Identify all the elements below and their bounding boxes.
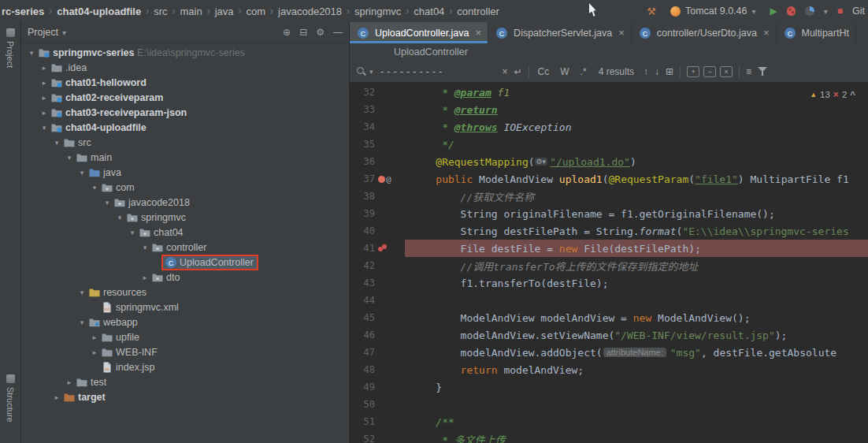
gutter[interactable]: 48 xyxy=(350,361,405,378)
gutter[interactable]: 41 xyxy=(350,240,405,257)
tool-window-project-button[interactable]: Project xyxy=(0,28,20,68)
breakpoint-icon[interactable] xyxy=(378,244,388,253)
run-button[interactable]: ▶ xyxy=(770,6,777,17)
code-line[interactable]: 51 /** xyxy=(350,413,868,430)
chevron-collapsed-icon[interactable]: ▸ xyxy=(89,348,100,356)
editor-tab[interactable]: CDispatcherServlet.java× xyxy=(488,22,632,43)
profiler-button[interactable] xyxy=(805,6,814,16)
chevron-expanded-icon[interactable]: ▾ xyxy=(76,289,87,296)
code-text[interactable] xyxy=(405,396,868,413)
mapping-url-inlay-icon[interactable]: ⚙▾ xyxy=(535,158,548,166)
code-text[interactable]: //获取文件名称 xyxy=(405,188,868,205)
tree-row[interactable]: ▾java xyxy=(21,165,349,180)
search-filter-button[interactable]: − xyxy=(703,66,716,77)
close-tab-icon[interactable]: × xyxy=(476,27,482,39)
code-line[interactable]: 32 * @param f1 xyxy=(350,84,868,101)
code-text[interactable]: */ xyxy=(405,136,868,153)
breadcrumb[interactable]: UploadController xyxy=(394,47,468,58)
project-view-selector[interactable]: Project ▾ xyxy=(28,27,66,38)
select-all-occurrences-icon[interactable]: ⊞ xyxy=(666,66,673,77)
gutter[interactable]: 40 xyxy=(350,222,405,240)
editor-tab[interactable]: CMultipartHt xyxy=(777,22,856,43)
search-filter-button[interactable]: × xyxy=(720,66,733,77)
gutter[interactable]: 42 xyxy=(350,257,405,274)
gutter[interactable]: 47 xyxy=(350,344,405,361)
collapse-all-icon[interactable]: ⊟ xyxy=(299,27,307,38)
breadcrumb-item[interactable]: rc-series xyxy=(0,6,46,17)
chevron-expanded-icon[interactable]: ▾ xyxy=(114,214,125,222)
code-text[interactable]: * @param f1 xyxy=(405,84,868,101)
tree-row[interactable]: ▾resources xyxy=(21,285,349,300)
chevron-collapsed-icon[interactable]: ▸ xyxy=(39,94,50,102)
request-mapping-icon[interactable] xyxy=(378,176,385,183)
chevron-expanded-icon[interactable]: ▾ xyxy=(51,139,62,147)
tree-row[interactable]: ▸upfile xyxy=(21,329,349,344)
regex-toggle[interactable]: .* xyxy=(578,65,589,78)
tree-row[interactable]: ▾controller xyxy=(21,240,349,255)
match-case-toggle[interactable]: Cc xyxy=(536,65,552,78)
clear-search-icon[interactable]: × xyxy=(503,66,508,77)
code-line[interactable]: 50 xyxy=(350,396,868,413)
code-line[interactable]: 44 xyxy=(350,292,868,309)
code-line[interactable]: 38 //获取文件名称 xyxy=(350,188,868,205)
gutter[interactable]: 51 xyxy=(350,413,405,430)
close-tab-icon[interactable]: × xyxy=(763,27,770,39)
editor-tab[interactable]: Ccontroller/UserDto.java× xyxy=(632,22,777,43)
search-filter-button[interactable]: + xyxy=(687,66,699,77)
tree-row[interactable]: ▾chat04 xyxy=(21,225,349,240)
gutter[interactable]: 35 xyxy=(350,136,405,153)
gutter[interactable]: 34 xyxy=(350,118,405,136)
tree-row[interactable]: ▸WEB-INF xyxy=(21,344,349,359)
code-text[interactable]: File destFile = new File(destFilePath); xyxy=(405,240,868,257)
tree-row[interactable]: ▸target xyxy=(21,389,349,404)
code-line[interactable]: 33 * @return xyxy=(350,101,868,118)
code-text[interactable]: * 多文件上传 xyxy=(405,430,868,443)
gutter[interactable]: 46 xyxy=(350,326,405,344)
breadcrumb-item[interactable]: java xyxy=(213,6,236,17)
gutter[interactable]: 44 xyxy=(350,292,405,309)
editor-tab[interactable]: CUploadController.java× xyxy=(350,22,488,43)
chevron-down-icon[interactable]: ▾ xyxy=(824,7,828,16)
code-text[interactable]: String originalFilename = f1.getOriginal… xyxy=(405,205,868,222)
gutter[interactable]: 32 xyxy=(350,84,405,101)
chevron-expanded-icon[interactable]: ▾ xyxy=(76,169,87,177)
chevron-expanded-icon[interactable]: ▾ xyxy=(39,124,50,132)
chevron-expanded-icon[interactable]: ▾ xyxy=(89,184,100,192)
code-text[interactable]: public ModelAndView upload1(@RequestPara… xyxy=(405,170,868,188)
chevron-expanded-icon[interactable]: ▾ xyxy=(76,318,87,326)
chevron-collapsed-icon[interactable]: ▸ xyxy=(39,64,50,72)
gutter[interactable]: 33 xyxy=(350,101,405,118)
filter-funnel-icon[interactable] xyxy=(758,66,767,76)
chevron-expanded-icon[interactable]: ▾ xyxy=(139,244,150,251)
locate-file-icon[interactable]: ⊕ xyxy=(283,27,291,38)
code-line[interactable]: 41 File destFile = new File(destFilePath… xyxy=(350,240,868,257)
code-line[interactable]: 37@ public ModelAndView upload1(@Request… xyxy=(350,170,868,188)
code-text[interactable]: /** xyxy=(405,413,868,430)
tree-row[interactable]: ▾chat04-uploadfile xyxy=(21,120,349,135)
code-text[interactable]: ModelAndView modelAndView = new ModelAnd… xyxy=(405,309,868,326)
code-text[interactable]: f1.transferTo(destFile); xyxy=(405,274,868,292)
tree-row[interactable]: ▸test xyxy=(21,374,349,389)
code-line[interactable]: 39 String originalFilename = f1.getOrigi… xyxy=(350,205,868,222)
new-line-icon[interactable]: ↵ xyxy=(514,66,522,77)
code-line[interactable]: 52 * 多文件上传 xyxy=(350,430,868,443)
previous-occurrence-icon[interactable]: ↑ xyxy=(644,66,648,77)
code-text[interactable]: modelAndView.addObject(attributeName:"ms… xyxy=(405,344,868,361)
code-line[interactable]: 40 String destFilePath = String.format("… xyxy=(350,222,868,240)
tree-row[interactable]: ▸dto xyxy=(21,270,349,285)
stop-button[interactable]: ■ xyxy=(837,6,843,17)
chevron-expanded-icon[interactable]: ▾ xyxy=(127,229,138,236)
next-occurrence-icon[interactable]: ↓ xyxy=(655,66,659,77)
gutter[interactable]: 37@ xyxy=(350,170,405,188)
tree-row[interactable]: ▾com xyxy=(21,180,349,195)
tree-row[interactable]: ▾springmvc xyxy=(21,210,349,225)
code-text[interactable]: //调用transferTo将上传的文件保存到指定的地址 xyxy=(405,257,868,274)
search-options-menu-icon[interactable]: ≡ xyxy=(746,66,751,77)
chevron-expanded-icon[interactable]: ▾ xyxy=(26,49,37,57)
tree-row[interactable]: ▸.idea xyxy=(21,60,349,75)
code-line[interactable]: 43 f1.transferTo(destFile); xyxy=(350,274,868,292)
tree-row[interactable]: ▸chat01-helloword xyxy=(21,75,349,90)
tree-row[interactable]: CUploadController xyxy=(21,255,349,270)
tree-row[interactable]: ▸chat02-receiveparam xyxy=(21,90,349,105)
code-line[interactable]: 48 return modelAndView; xyxy=(350,361,868,378)
